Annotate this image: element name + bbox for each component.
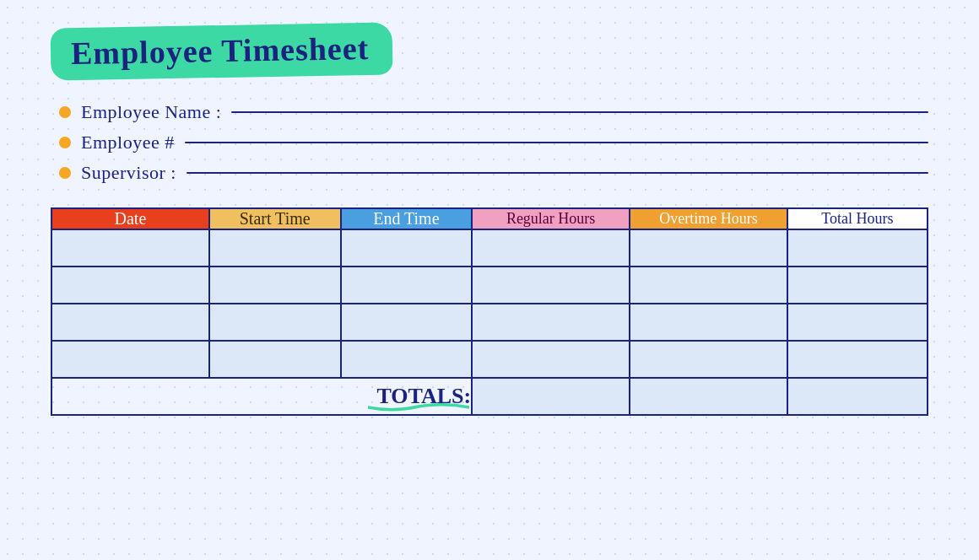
supervisor-row: Supervisor : bbox=[59, 162, 928, 184]
table-row bbox=[51, 304, 928, 341]
bullet-icon bbox=[59, 167, 71, 179]
cell-start-3[interactable] bbox=[209, 304, 341, 341]
employee-name-row: Employee Name : bbox=[59, 101, 928, 123]
cell-date-2[interactable] bbox=[51, 267, 209, 304]
cell-start-4[interactable] bbox=[209, 341, 341, 378]
employee-name-label: Employee Name : bbox=[81, 101, 221, 123]
cell-total-3[interactable] bbox=[787, 304, 928, 341]
page-title: Employee Timesheet bbox=[71, 30, 370, 72]
totals-regular[interactable] bbox=[472, 378, 630, 415]
totals-row: TOTALS: bbox=[51, 378, 928, 415]
cell-regular-4[interactable] bbox=[472, 341, 630, 378]
cell-date-4[interactable] bbox=[51, 341, 209, 378]
cell-overtime-4[interactable] bbox=[630, 341, 787, 378]
supervisor-label: Supervisor : bbox=[81, 162, 176, 184]
cell-start-2[interactable] bbox=[209, 267, 341, 304]
employee-number-line bbox=[185, 142, 928, 143]
timesheet-table: Date Start Time End Time Regular Hours O… bbox=[51, 207, 928, 416]
bullet-icon bbox=[59, 137, 71, 148]
cell-regular-1[interactable] bbox=[472, 229, 630, 267]
totals-label-cell: TOTALS: bbox=[341, 378, 473, 415]
cell-regular-2[interactable] bbox=[472, 267, 630, 304]
employee-number-row: Employee # bbox=[59, 132, 928, 153]
table-row bbox=[51, 341, 928, 378]
cell-overtime-2[interactable] bbox=[630, 267, 787, 304]
cell-end-4[interactable] bbox=[341, 341, 473, 378]
cell-overtime-1[interactable] bbox=[630, 229, 787, 267]
totals-empty-1 bbox=[51, 378, 209, 415]
header-total-hours: Total Hours bbox=[787, 208, 928, 229]
table-header-row: Date Start Time End Time Regular Hours O… bbox=[51, 208, 928, 229]
cell-end-1[interactable] bbox=[341, 229, 473, 267]
cell-date-3[interactable] bbox=[51, 304, 209, 341]
cell-end-2[interactable] bbox=[341, 267, 473, 304]
supervisor-line bbox=[187, 172, 928, 174]
cell-total-1[interactable] bbox=[787, 229, 928, 267]
header-date: Date bbox=[51, 208, 209, 229]
bullet-icon bbox=[59, 106, 71, 118]
totals-total[interactable] bbox=[787, 378, 928, 415]
cell-end-3[interactable] bbox=[341, 304, 473, 341]
cell-total-4[interactable] bbox=[787, 341, 928, 378]
table-row bbox=[51, 267, 928, 304]
cell-overtime-3[interactable] bbox=[630, 304, 787, 341]
totals-empty-2 bbox=[209, 378, 341, 415]
employee-name-line bbox=[231, 111, 928, 113]
cell-total-2[interactable] bbox=[787, 267, 928, 304]
header-overtime-hours: Overtime Hours bbox=[630, 208, 787, 229]
employee-number-label: Employee # bbox=[81, 132, 175, 153]
header-end-time: End Time bbox=[341, 208, 473, 229]
header-start-time: Start Time bbox=[209, 208, 341, 229]
info-section: Employee Name : Employee # Supervisor : bbox=[51, 101, 928, 184]
cell-date-1[interactable] bbox=[51, 229, 209, 267]
totals-underline-svg bbox=[368, 402, 469, 412]
cell-regular-3[interactable] bbox=[472, 304, 630, 341]
title-wrapper: Employee Timesheet bbox=[50, 22, 392, 80]
table-row bbox=[51, 229, 928, 267]
page-container: Employee Timesheet Employee Name : Emplo… bbox=[0, 0, 979, 560]
table-wrapper: Date Start Time End Time Regular Hours O… bbox=[51, 207, 928, 416]
totals-overtime[interactable] bbox=[630, 378, 787, 415]
cell-start-1[interactable] bbox=[209, 229, 341, 267]
header-regular-hours: Regular Hours bbox=[472, 208, 630, 229]
